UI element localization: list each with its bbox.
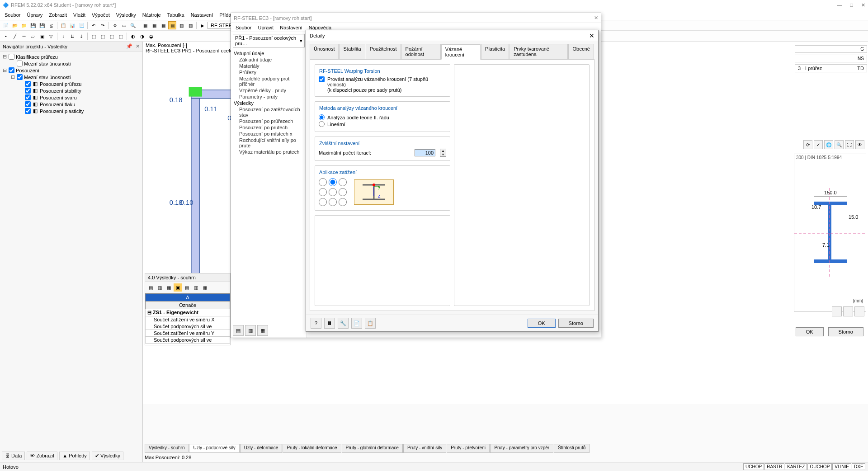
view3d-icon[interactable]: ⬚ (90, 32, 98, 40)
saveall-icon[interactable]: 💾 (38, 21, 46, 29)
zoom-icon[interactable]: 🔍 (129, 21, 137, 29)
lp-2[interactable] (329, 178, 337, 187)
menu-nastroje[interactable]: Nástroje (140, 11, 164, 19)
tree-node-mezni-klas[interactable]: Mezní stav únosnosti (2, 60, 141, 67)
rv-1[interactable]: ⟳ (803, 140, 812, 149)
rf-leaf-v6[interactable]: Výkaz materiálu po prutech (234, 149, 304, 155)
sec-tool-3[interactable] (854, 306, 864, 316)
btab-8[interactable]: Štíhlosti prutů (554, 444, 590, 453)
tree-node-tlak[interactable]: ◧Posouzení tlaku (2, 101, 141, 108)
copy-icon[interactable]: 📋 (59, 21, 67, 29)
menu-vlozit[interactable]: Vložit (71, 11, 88, 19)
rf-menu-upravit[interactable]: Upravit (255, 24, 276, 31)
lp-1[interactable] (319, 178, 327, 187)
method-secondorder-radio[interactable] (319, 114, 325, 120)
rf-menu-nastaveni[interactable]: Nastavení (277, 24, 305, 31)
tree-node-plasticity[interactable]: ◧Posouzení plasticity (2, 108, 141, 114)
snap-dxf[interactable]: DXF (852, 463, 865, 470)
lp-5[interactable] (329, 188, 337, 197)
sec-tool-2[interactable] (843, 306, 853, 316)
undo-icon[interactable]: ↶ (90, 21, 98, 29)
ntab-zobrazit[interactable]: 👁 Zobrazit (27, 452, 57, 460)
results-table[interactable]: A Označe ⊟ ZS1 - Eigengewicht Součet zat… (145, 293, 230, 344)
win-icon[interactable]: ▥ (177, 21, 185, 29)
report-icon[interactable]: 📃 (77, 21, 85, 29)
warping-checkbox[interactable] (319, 76, 325, 82)
dlg-help-icon[interactable]: ? (311, 318, 321, 329)
rv-4[interactable]: 🔍 (835, 140, 844, 149)
maximize-button[interactable]: □ (850, 2, 853, 8)
rv-6[interactable]: 👁 (855, 140, 864, 149)
btab-2[interactable]: Uzly - deformace (240, 444, 283, 453)
max-iter-up[interactable]: ▲ (440, 149, 446, 153)
surface-icon[interactable]: ▱ (29, 32, 37, 40)
ntab-data[interactable]: 🗄 Data (2, 452, 25, 460)
snap-uchop[interactable]: UCHOP (743, 463, 764, 470)
tab-pouzitelnost[interactable]: Použitelnost (366, 44, 401, 59)
rf-tool-c[interactable]: ▦ (257, 325, 268, 336)
snap-ouchop[interactable]: OUCHOP (807, 463, 832, 470)
rf-tool-a[interactable]: ▤ (233, 325, 244, 336)
rf-leaf-podpory[interactable]: Mezilehlé podpory proti příčnér (234, 75, 304, 87)
res-tool-7[interactable]: ▦ (201, 283, 209, 292)
snap-vlinie[interactable]: VLINIE (832, 463, 851, 470)
btab-7[interactable]: Pruty - parametry pro vzpěr (490, 444, 553, 453)
rv-5[interactable]: ⛶ (845, 140, 854, 149)
select-icon[interactable]: ▭ (120, 21, 128, 29)
line-icon[interactable]: ╱ (11, 32, 19, 40)
navigator-tree[interactable]: ⊟Klasifikace průřezu Mezní stav únosnost… (0, 52, 142, 463)
btab-3[interactable]: Pruty - lokální deformace (283, 444, 341, 453)
table-icon[interactable]: ▤ (168, 21, 176, 29)
viewxz-icon[interactable]: ⬚ (108, 32, 116, 40)
res-tool-2[interactable]: ▥ (156, 283, 164, 292)
menu-vysledky[interactable]: Výsledky (113, 11, 139, 19)
grid-icon[interactable]: ▦ (141, 21, 149, 29)
res-tool-4[interactable]: ▣ (174, 283, 182, 292)
chart-icon[interactable]: 📊 (68, 21, 76, 29)
lp-7[interactable] (319, 198, 327, 207)
menu-tabulka[interactable]: Tabulka (165, 11, 187, 19)
rv-3[interactable]: 🌐 (824, 140, 833, 149)
dlg-tool4-icon[interactable]: 📄 (351, 318, 362, 329)
tab-stabilita[interactable]: Stabilita (339, 44, 365, 59)
load-position-matrix[interactable] (319, 178, 347, 207)
lp-8[interactable] (329, 198, 337, 207)
rv-2[interactable]: ✓ (814, 140, 823, 149)
rf-leaf-vzperne[interactable]: Vzpěrné délky - pruty (234, 87, 304, 94)
menu-upravy[interactable]: Úpravy (24, 11, 45, 19)
load-icon[interactable]: ↓ (59, 32, 67, 40)
viewyz-icon[interactable]: ⬚ (117, 32, 125, 40)
lp-4[interactable] (319, 188, 327, 197)
lp-3[interactable] (339, 178, 347, 187)
solid-icon[interactable]: ▣ (38, 32, 46, 40)
nav-close-icon[interactable]: ✕ (136, 43, 140, 49)
btab-5[interactable]: Pruty - vnitřní síly (403, 444, 446, 453)
rf-tool-b[interactable]: ▥ (245, 325, 256, 336)
misc1-icon[interactable]: ◐ (129, 32, 137, 40)
rf-case-combo[interactable]: PŘ1 - Posouzení ocelových pru…▾ (233, 34, 305, 47)
rf-leaf-v5[interactable]: Rozhodující vnitřní síly po prute (234, 137, 304, 149)
member-icon[interactable]: ═ (20, 32, 28, 40)
tab-plasticita[interactable]: Plasticita (481, 44, 509, 59)
tab-pozarni[interactable]: Požární odolnost (401, 44, 441, 59)
tree-node-klasifikace[interactable]: ⊟Klasifikace průřezu (2, 53, 141, 60)
details-ok-button[interactable]: OK (528, 319, 556, 328)
btab-1[interactable]: Uzly - podporové síly (189, 444, 239, 453)
tree-node-stabilita[interactable]: ◧Posouzení stability (2, 87, 141, 94)
tree-node-svar[interactable]: ◧Posouzení svaru (2, 94, 141, 101)
close-button[interactable]: ✕ (861, 2, 865, 8)
rf-leaf-v1[interactable]: Posouzení po zatěžovacích stav (234, 106, 304, 118)
btab-4[interactable]: Pruty - globální deformace (342, 444, 403, 453)
rf-close-icon[interactable]: ✕ (594, 15, 598, 21)
tab-obecne[interactable]: Obecné (568, 44, 594, 59)
dlg-tool3-icon[interactable]: 🔧 (338, 318, 349, 329)
load3-icon[interactable]: ⇓ (77, 32, 85, 40)
lp-9[interactable] (339, 198, 347, 207)
rf-leaf-parametry[interactable]: Parametry - pruty (234, 94, 304, 100)
print-icon[interactable]: 🖨 (47, 21, 55, 29)
res-tool-3[interactable]: ▦ (165, 283, 173, 292)
redo-icon[interactable]: ↷ (99, 21, 107, 29)
dlg-tool5-icon[interactable]: 📋 (365, 318, 376, 329)
tab-unosnost[interactable]: Únosnost (310, 44, 339, 59)
ntab-vysledky[interactable]: ✔ Výsledky (92, 452, 123, 460)
